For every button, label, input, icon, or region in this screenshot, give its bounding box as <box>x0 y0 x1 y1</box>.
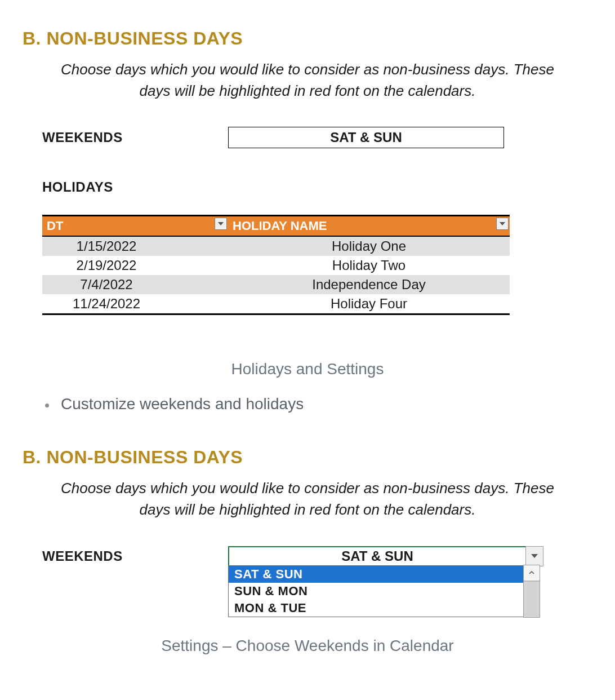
bullet-item: Customize weekends and holidays <box>56 395 592 413</box>
section-title-2: B. NON-BUSINESS DAYS <box>23 447 592 468</box>
weekends-label-2: WEEKENDS <box>42 548 228 564</box>
col-header-name: HOLIDAY NAME <box>228 216 510 237</box>
weekends-select-closed[interactable]: SAT & SUN <box>228 127 504 148</box>
table-row: 1/15/2022 Holiday One <box>42 236 510 256</box>
figure-caption-1: Holidays and Settings <box>23 360 592 378</box>
dropdown-option[interactable]: MON & TUE <box>229 600 523 617</box>
col-header-dt: DT <box>42 216 228 237</box>
table-row: 7/4/2022 Independence Day <box>42 275 510 294</box>
holidays-label: HOLIDAYS <box>42 179 592 195</box>
holidays-table: DT HOLIDAY NAME 1/15/2022 Holiday One 2/… <box>42 215 510 315</box>
bullet-list: Customize weekends and holidays <box>56 395 592 413</box>
table-row: 11/24/2022 Holiday Four <box>42 294 510 314</box>
weekends-label-1: WEEKENDS <box>42 130 228 145</box>
figure-caption-2: Settings – Choose Weekends in Calendar <box>23 637 592 655</box>
chevron-down-icon[interactable] <box>525 546 543 566</box>
weekends-row-1: WEEKENDS SAT & SUN <box>42 127 592 148</box>
section-title-1: B. NON-BUSINESS DAYS <box>23 28 592 49</box>
dropdown-option[interactable]: SUN & MON <box>229 583 523 600</box>
weekends-row-2: WEEKENDS SAT & SUN SAT & SUN SUN & MON M… <box>42 546 592 617</box>
chevron-up-icon[interactable] <box>524 565 540 581</box>
select-display[interactable]: SAT & SUN <box>228 546 527 566</box>
dropdown-list: SAT & SUN SUN & MON MON & TUE <box>228 565 524 617</box>
dropdown-option[interactable]: SAT & SUN <box>229 566 523 583</box>
scroll-thumb[interactable] <box>524 581 540 617</box>
table-row: 2/19/2022 Holiday Two <box>42 256 510 275</box>
weekends-select-open[interactable]: SAT & SUN SAT & SUN SUN & MON MON & TUE <box>228 546 527 617</box>
section-desc-1: Choose days which you would like to cons… <box>23 59 592 101</box>
filter-icon[interactable] <box>496 218 509 230</box>
section-desc-2: Choose days which you would like to cons… <box>23 478 592 520</box>
dropdown-scrollbar[interactable] <box>523 565 540 618</box>
filter-icon[interactable] <box>215 218 227 230</box>
